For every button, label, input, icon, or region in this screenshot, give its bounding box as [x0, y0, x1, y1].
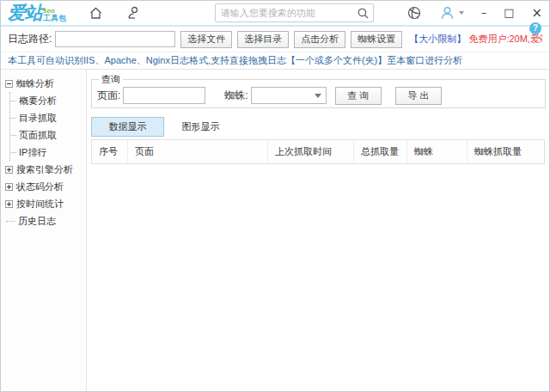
sidebar-item-page-crawl[interactable]: 页面抓取: [10, 126, 86, 144]
tree-label: IP排行: [19, 146, 46, 159]
query-button[interactable]: 查 询: [335, 87, 382, 105]
sidebar-item-ip-ranking[interactable]: IP排行: [10, 144, 86, 161]
log-path-input[interactable]: [55, 31, 175, 47]
sidebar-item-search-engine-analysis[interactable]: 搜索引擎分析: [5, 161, 86, 178]
size-limit-text: 免费用户:20M,爱站学员:500M,VIP/站群用户:无限制: [468, 34, 542, 44]
member-icon[interactable]: [125, 5, 141, 21]
spider-label: 蜘蛛:: [224, 89, 248, 103]
col-total-crawls[interactable]: 总抓取量: [354, 140, 407, 164]
log-path-label: 日志路径:: [8, 32, 52, 46]
table-header-row: 序号 页面 上次抓取时间 总抓取量 蜘蛛 蜘蛛抓取量: [92, 140, 545, 164]
sidebar-item-directory-crawl[interactable]: 目录抓取: [10, 109, 86, 126]
size-limit-prefix: 【大小限制】: [409, 34, 466, 44]
main-panel: 查询 页面: 蜘蛛: 查 询 导 出 数据显示 图形显示: [87, 70, 549, 391]
home-icon[interactable]: [89, 6, 103, 21]
drag-tip-row: 本工具可自动识别IIS、Apache、Nginx日志格式,支持直接拖拽日志【一个…: [1, 52, 549, 70]
help-badge-icon[interactable]: ?: [529, 22, 541, 34]
search-icon[interactable]: [357, 7, 370, 20]
view-tabstrip: 数据显示 图形显示: [91, 117, 546, 137]
titlebar: 爱站 seo 工具包: [1, 1, 549, 27]
log-toolbar: 日志路径: 选择文件 选择目录 点击分析 蜘蛛设置 【大小限制】 免费用户:20…: [1, 27, 549, 52]
click-analyze-button[interactable]: 点击分析: [294, 31, 345, 48]
col-spider[interactable]: 蜘蛛: [407, 140, 468, 164]
query-groupbox: 查询 页面: 蜘蛛: 查 询 导 出: [91, 79, 546, 108]
size-limit-notice: 【大小限制】 免费用户:20M,爱站学员:500M,VIP/站群用户:无限制: [409, 33, 542, 46]
logo-toolkit-text: 工具包: [43, 15, 66, 22]
close-button[interactable]: ×: [531, 7, 542, 19]
col-last-crawl-time[interactable]: 上次抓取时间: [268, 140, 354, 164]
sidebar-item-history-log[interactable]: 历史日志: [5, 212, 86, 230]
account-caret-icon[interactable]: [459, 11, 464, 15]
sidebar-item-time-statistics[interactable]: 按时间统计: [5, 195, 86, 212]
col-page[interactable]: 页面: [128, 140, 268, 164]
app-logo: 爱站 seo 工具包: [8, 3, 66, 22]
select-directory-button[interactable]: 选择目录: [237, 31, 289, 48]
search-input[interactable]: [221, 8, 357, 18]
chevron-down-icon: [315, 94, 321, 98]
app-window: 爱站 seo 工具包: [0, 0, 550, 392]
collapse-icon[interactable]: [5, 80, 13, 88]
sidebar-item-status-code-analysis[interactable]: 状态码分析: [5, 178, 86, 195]
function-search-box: [215, 3, 374, 22]
expand-icon[interactable]: [5, 183, 13, 191]
query-legend: 查询: [99, 73, 123, 86]
tab-data-display[interactable]: 数据显示: [91, 117, 164, 137]
sidebar-item-summary-analysis[interactable]: 概要分析: [10, 92, 86, 109]
tree-label: 概要分析: [19, 95, 57, 107]
logo-main-text: 爱站: [8, 3, 42, 22]
tree-label: 搜索引擎分析: [16, 163, 73, 176]
user-account-icon[interactable]: [439, 5, 455, 21]
col-index[interactable]: 序号: [92, 140, 128, 164]
crawl-data-table: 序号 页面 上次抓取时间 总抓取量 蜘蛛 蜘蛛抓取量: [91, 139, 545, 164]
spider-select[interactable]: [251, 87, 327, 104]
tab-graph-display[interactable]: 图形显示: [164, 117, 237, 137]
page-label: 页面:: [97, 89, 120, 103]
drag-tip-text: 本工具可自动识别IIS、Apache、Nginx日志格式,支持直接拖拽日志【一个…: [8, 54, 462, 67]
tree-label: 页面抓取: [19, 129, 57, 142]
globe-icon[interactable]: [406, 5, 422, 21]
tree-label: 蜘蛛分析: [16, 77, 54, 90]
sidebar-item-spider-analysis[interactable]: 蜘蛛分析: [5, 75, 86, 92]
spider-settings-button[interactable]: 蜘蛛设置: [351, 31, 402, 48]
sidebar-tree: 蜘蛛分析 概要分析 目录抓取 页面抓取 IP排行 搜索引擎分析: [1, 70, 87, 391]
expand-icon[interactable]: [5, 200, 13, 208]
export-button[interactable]: 导 出: [395, 87, 442, 105]
tree-label: 历史日志: [18, 215, 56, 228]
col-spider-crawls[interactable]: 蜘蛛抓取量: [468, 140, 545, 164]
tree-label: 按时间统计: [16, 198, 64, 211]
tree-label: 状态码分析: [16, 181, 64, 193]
select-file-button[interactable]: 选择文件: [180, 31, 232, 48]
minimize-button[interactable]: –: [481, 7, 487, 19]
tree-label: 目录抓取: [19, 112, 57, 125]
expand-icon[interactable]: [5, 166, 13, 174]
page-filter-input[interactable]: [123, 87, 205, 104]
maximize-button[interactable]: □: [504, 7, 514, 19]
